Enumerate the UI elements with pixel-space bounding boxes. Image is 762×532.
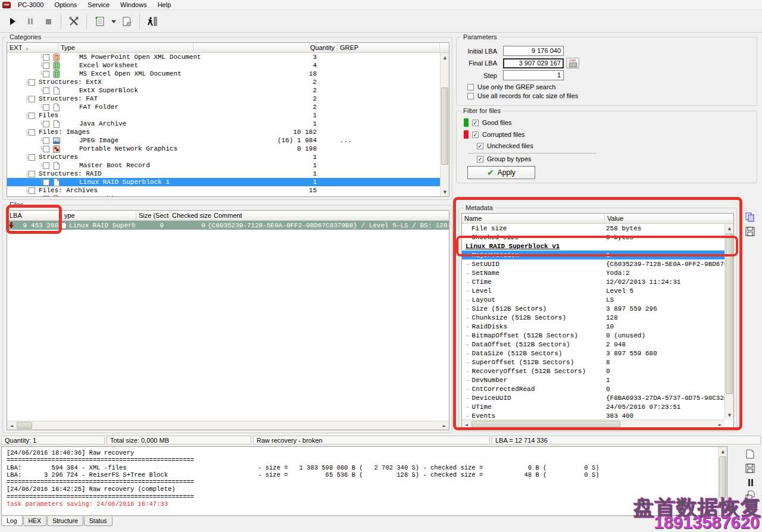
scroll-left-icon[interactable]: ◄: [462, 420, 471, 429]
metadata-row[interactable]: Checked size8 bytes: [462, 233, 724, 242]
group-by-types-checkbox[interactable]: ✓: [477, 156, 483, 162]
category-checkbox[interactable]: [43, 104, 49, 111]
tree-row[interactable]: ├ Structures: ExtX2: [7, 78, 440, 86]
tree-row[interactable]: └ MS Excel Open XML Document18: [7, 70, 440, 78]
category-checkbox[interactable]: [43, 87, 49, 94]
metadata-row[interactable]: DataOffset (512B Sectors)2 048: [462, 340, 724, 349]
metadata-row[interactable]: LayoutLS: [462, 295, 724, 304]
tree-row[interactable]: ├ Structures: FAT2: [7, 95, 440, 103]
metadata-row[interactable]: RecoveryOffset (512B Sectors)0: [462, 367, 724, 375]
good-files-checkbox[interactable]: ✓: [472, 120, 479, 126]
category-checkbox[interactable]: [43, 71, 49, 77]
column-header-grep[interactable]: GREP: [338, 43, 440, 52]
category-checkbox[interactable]: [43, 162, 49, 169]
new-log-icon[interactable]: [745, 449, 756, 459]
menu-windows[interactable]: Windows: [115, 1, 152, 9]
column-header-comment[interactable]: Comment: [211, 211, 449, 220]
metadata-row[interactable]: File size258 bytes: [462, 224, 724, 233]
category-checkbox[interactable]: [43, 62, 49, 69]
column-header-type[interactable]: Type: [58, 43, 193, 52]
tree-row[interactable]: └ FAT Folder2: [7, 103, 440, 111]
scroll-left-icon[interactable]: ◄: [7, 421, 16, 430]
tree-row[interactable]: ├ Structures: RAID1: [7, 170, 440, 178]
initial-lba-input[interactable]: 9 176 040: [503, 46, 564, 56]
metadata-row[interactable]: DataSize (512B Sectors)3 897 559 680: [462, 349, 724, 358]
step-input[interactable]: 1: [503, 70, 564, 80]
metadata-horizontal-scrollbar[interactable]: ◄ ►: [462, 420, 724, 428]
tree-row[interactable]: └ Java Archive1: [7, 120, 440, 128]
corrupted-files-checkbox[interactable]: ✓: [472, 132, 479, 138]
scrollbar-thumb[interactable]: [726, 233, 733, 394]
tab-structure[interactable]: Structure: [47, 517, 83, 526]
scroll-up-icon[interactable]: ▲: [441, 53, 449, 62]
tree-row[interactable]: └ PMS PowerPoint Open XML Document3: [7, 53, 440, 61]
tab-status[interactable]: Status: [84, 517, 113, 526]
category-checkbox[interactable]: [29, 129, 35, 136]
scrollbar-thumb[interactable]: [719, 456, 726, 498]
column-header-quantity[interactable]: Quantity: [193, 43, 338, 52]
metadata-row[interactable]: MajorVersion1: [462, 251, 724, 259]
play-icon[interactable]: [5, 14, 20, 29]
column-header-lba[interactable]: LBA: [7, 211, 62, 220]
tools-icon[interactable]: [66, 14, 82, 29]
unchecked-files-checkbox[interactable]: ✓: [477, 143, 483, 149]
metadata-row[interactable]: LevelLevel 5: [462, 286, 724, 295]
category-checkbox[interactable]: [43, 137, 49, 144]
exit-icon[interactable]: [145, 14, 160, 29]
category-checkbox[interactable]: [43, 54, 49, 61]
tree-row[interactable]: └ Master Boot Record1: [7, 161, 440, 170]
category-checkbox[interactable]: [43, 196, 49, 198]
close-report-icon[interactable]: [119, 14, 135, 29]
tree-row[interactable]: ├ Structures1: [7, 153, 440, 161]
tree-row[interactable]: ├ Files: Images10 182: [7, 128, 440, 136]
metadata-row[interactable]: UTime24/05/2016 07:23:51: [462, 402, 724, 411]
category-checkbox[interactable]: [43, 146, 49, 152]
column-header-value[interactable]: Value: [605, 214, 733, 223]
category-checkbox[interactable]: [43, 179, 49, 186]
category-checkbox[interactable]: [29, 154, 35, 161]
metadata-row[interactable]: CntCorrectedRead0: [462, 384, 724, 393]
category-checkbox[interactable]: [29, 96, 35, 102]
column-header-ext[interactable]: EXT▲: [7, 43, 58, 52]
category-checkbox[interactable]: [29, 187, 35, 194]
metadata-row[interactable]: DevNumber1: [462, 375, 724, 384]
scroll-down-icon[interactable]: ▼: [441, 187, 449, 196]
metadata-row[interactable]: Events383 400: [462, 411, 724, 420]
column-header-name[interactable]: Name: [462, 214, 605, 223]
metadata-row[interactable]: DeviceUUID{F8BA6933-27DA-5737-0D75-90C32…: [462, 393, 724, 402]
metadata-row[interactable]: SetUUID{C6035239-7128-5E0A-0FF2-9BD67C83…: [462, 259, 724, 268]
tree-row[interactable]: └ Linux RAID Superblock 11: [7, 178, 440, 186]
category-checkbox[interactable]: [29, 79, 35, 86]
scrollbar-thumb[interactable]: [17, 422, 32, 429]
metadata-row[interactable]: Chunksize (512B Sectors)128: [462, 313, 724, 322]
tree-row[interactable]: └ Portable Network Graphics8 198: [7, 145, 440, 153]
tree-row[interactable]: ├ Files: Archives15: [7, 186, 440, 195]
tree-row[interactable]: ├ Files1: [7, 111, 440, 120]
metadata-vertical-scrollbar[interactable]: ▲ ▼: [724, 224, 733, 420]
menu-pc3000[interactable]: PC-3000: [13, 1, 48, 9]
pause-log-icon[interactable]: [747, 478, 757, 488]
metadata-row[interactable]: SuperOffset (512B Sectors)8: [462, 358, 724, 367]
tree-row[interactable]: └ ExtX SuperBlock2: [7, 86, 440, 95]
final-lba-input[interactable]: 3 907 029 167: [503, 58, 564, 68]
tree-row[interactable]: └ Excel Worksheet4: [7, 61, 440, 70]
menu-service[interactable]: Service: [83, 1, 114, 9]
metadata-row[interactable]: Size (512B Sectors)3 897 559 296: [462, 304, 724, 313]
scrollbar-thumb[interactable]: [441, 87, 448, 165]
max-lba-button[interactable]: max: [566, 58, 579, 68]
category-checkbox[interactable]: [43, 121, 49, 127]
dropdown-arrow-icon[interactable]: [110, 14, 117, 29]
tree-row[interactable]: └ ZIP Archive15: [7, 195, 440, 197]
stop-icon[interactable]: [40, 14, 56, 29]
scrollbar-thumb[interactable]: [471, 421, 620, 428]
scroll-down-icon[interactable]: ▼: [725, 411, 734, 420]
scroll-right-icon[interactable]: ►: [716, 420, 724, 429]
column-header-file-type[interactable]: ype: [62, 211, 136, 220]
category-checkbox[interactable]: [29, 112, 35, 119]
column-header-checked-size[interactable]: Checked size (S: [170, 211, 211, 220]
pause-icon[interactable]: [23, 14, 38, 29]
new-report-icon[interactable]: [92, 14, 107, 29]
all-records-checkbox[interactable]: [467, 93, 474, 99]
copy-metadata-icon[interactable]: [745, 212, 756, 222]
scroll-right-icon[interactable]: ►: [440, 421, 449, 430]
